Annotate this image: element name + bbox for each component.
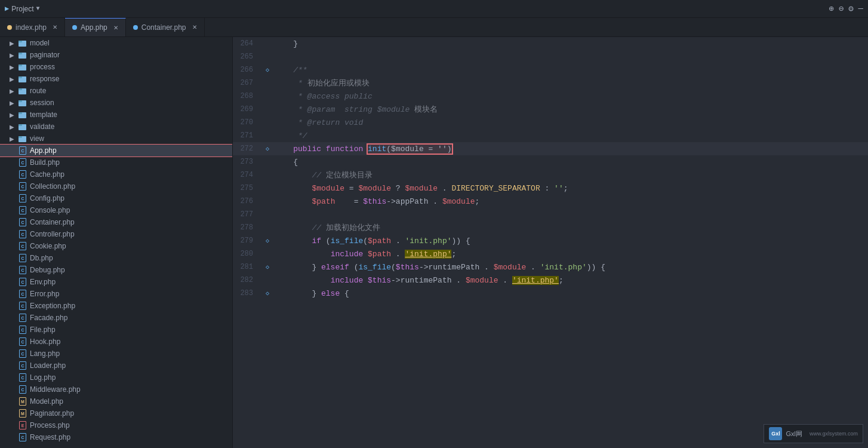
sidebar-item-Logphp[interactable]: CLog.php <box>0 372 232 383</box>
token: 'init.php' <box>405 237 451 246</box>
sidebar-item-Containerphp[interactable]: CContainer.php <box>0 216 232 228</box>
sidebar-item-Modelphp[interactable]: MModel.php <box>0 395 232 407</box>
token: $module <box>358 184 391 193</box>
code-text: } else { <box>272 289 868 298</box>
token: = <box>335 197 363 206</box>
tab-icon <box>7 25 12 30</box>
file-tree[interactable]: ▶model▶paginator▶process▶response▶route▶… <box>0 37 233 448</box>
tab-container-php[interactable]: Container.php ✕ <box>126 18 205 36</box>
sidebar-item-Paginatorphp[interactable]: MPaginator.php <box>0 407 232 419</box>
sidebar-item-template[interactable]: ▶template <box>0 109 232 121</box>
token: } <box>275 39 298 48</box>
sidebar-item-model[interactable]: ▶model <box>0 37 232 49</box>
token: ; <box>564 184 568 193</box>
file-icon: E <box>18 421 27 430</box>
token: * <box>275 79 307 88</box>
minimize-icon[interactable]: — <box>858 4 863 14</box>
sidebar-item-Langphp[interactable]: CLang.php <box>0 348 232 360</box>
gutter-indicator: ◇ <box>263 145 272 152</box>
file-icon: C <box>18 146 27 155</box>
sidebar-item-Middlewarephp[interactable]: CMiddleware.php <box>0 383 232 395</box>
code-line-278: 278 // 加载初始化文件 <box>233 221 868 234</box>
breakpoint-arrow: ◇ <box>266 263 269 271</box>
sidebar-item-Loaderphp[interactable]: CLoader.php <box>0 360 232 372</box>
sidebar-item-Cookiephp[interactable]: CCookie.php <box>0 240 232 252</box>
sidebar-item-Processphp[interactable]: EProcess.php <box>0 419 232 431</box>
collapse-icon[interactable]: ⊖ <box>839 4 844 14</box>
sidebar-item-route[interactable]: ▶route <box>0 85 232 97</box>
sidebar-item-session[interactable]: ▶session <box>0 97 232 109</box>
project-icon: ▶ <box>5 4 9 13</box>
token: elseif <box>321 263 349 272</box>
line-number: 276 <box>233 197 263 205</box>
line-number: 283 <box>233 289 263 297</box>
token: = <box>344 184 358 193</box>
sidebar-item-Appphp[interactable]: CApp.php <box>0 145 232 157</box>
sidebar-item-Configphp[interactable]: CConfig.php <box>0 192 232 204</box>
sidebar-item-Hookphp[interactable]: CHook.php <box>0 336 232 348</box>
token: $module <box>442 197 475 206</box>
token: . <box>391 250 405 259</box>
tab-app-php[interactable]: App.php ✕ <box>65 18 126 36</box>
tab-close[interactable]: ✕ <box>113 24 118 31</box>
sidebar-item-Cachephp[interactable]: CCache.php <box>0 168 232 180</box>
sidebar-item-Envphp[interactable]: CEnv.php <box>0 276 232 288</box>
tab-close[interactable]: ✕ <box>53 24 57 30</box>
sidebar-item-response[interactable]: ▶response <box>0 73 232 85</box>
sidebar-item-label: Error.php <box>30 290 59 298</box>
tab-close[interactable]: ✕ <box>192 24 197 30</box>
sidebar-item-validate[interactable]: ▶validate <box>0 121 232 133</box>
sidebar-item-paginator[interactable]: ▶paginator <box>0 49 232 61</box>
sidebar-item-Facadephp[interactable]: CFacade.php <box>0 312 232 324</box>
token: ( <box>349 263 359 272</box>
sidebar-item-Debugphp[interactable]: CDebug.php <box>0 264 232 276</box>
code-text: // 定位模块目录 <box>272 170 868 180</box>
code-line-265: 265 <box>233 50 868 63</box>
expand-arrow: ▶ <box>10 112 18 118</box>
sidebar-item-Consolephp[interactable]: CConsole.php <box>0 204 232 216</box>
token <box>275 197 312 206</box>
file-icon: C <box>18 373 27 382</box>
line-number: 275 <box>233 184 263 192</box>
line-number: 279 <box>233 237 263 245</box>
sidebar-item-Requestphp[interactable]: CRequest.php <box>0 431 232 443</box>
add-icon[interactable]: ⊕ <box>829 4 833 14</box>
sidebar-item-Controllerphp[interactable]: CController.php <box>0 228 232 240</box>
code-line-275: 275 $module = $module ? $module . DIRECT… <box>233 182 868 195</box>
file-icon: C <box>18 301 27 311</box>
token <box>275 276 331 285</box>
token: . <box>438 184 451 193</box>
code-line-279: 279◇ if (is_file($path . 'init.php')) { <box>233 234 868 247</box>
token: $module <box>405 184 438 193</box>
dropdown-arrow[interactable]: ▼ <box>36 5 40 12</box>
sidebar-item-Exceptionphp[interactable]: CException.php <box>0 300 232 312</box>
line-number: 268 <box>233 92 263 100</box>
sidebar-item-Collectionphp[interactable]: CCollection.php <box>0 180 232 192</box>
sidebar-item-process[interactable]: ▶process <box>0 61 232 73</box>
code-editor[interactable]: 264 }265266◇ /**267 * 初始化应用或模块268 * @acc… <box>233 37 868 448</box>
settings-icon[interactable]: ⚙ <box>848 4 853 14</box>
svg-rect-3 <box>19 53 22 54</box>
sidebar-item-label: Config.php <box>30 194 64 202</box>
sidebar-item-Errorphp[interactable]: CError.php <box>0 288 232 300</box>
code-line-271: 271 */ <box>233 129 868 142</box>
sidebar-item-view[interactable]: ▶view <box>0 133 232 145</box>
token: * @return void <box>275 118 363 127</box>
sidebar-item-label: Cookie.php <box>30 242 66 250</box>
tab-index-php[interactable]: index.php ✕ <box>0 18 65 36</box>
sidebar-item-label: App.php <box>30 146 57 155</box>
token: $path <box>368 237 391 246</box>
token: ( <box>321 237 331 246</box>
sidebar-item-Buildphp[interactable]: CBuild.php <box>0 157 232 168</box>
token: : <box>540 184 554 193</box>
file-icon: C <box>18 289 27 299</box>
sidebar-item-Dbphp[interactable]: CDb.php <box>0 252 232 264</box>
svg-rect-11 <box>19 100 22 102</box>
token <box>363 250 368 259</box>
sidebar-item-label: template <box>30 111 57 119</box>
sidebar-item-Filephp[interactable]: CFile.php <box>0 324 232 336</box>
expand-arrow: ▶ <box>10 76 18 82</box>
token: */ <box>275 131 307 140</box>
file-icon: C <box>18 337 27 346</box>
token: DIRECTORY_SEPARATOR <box>451 184 540 193</box>
